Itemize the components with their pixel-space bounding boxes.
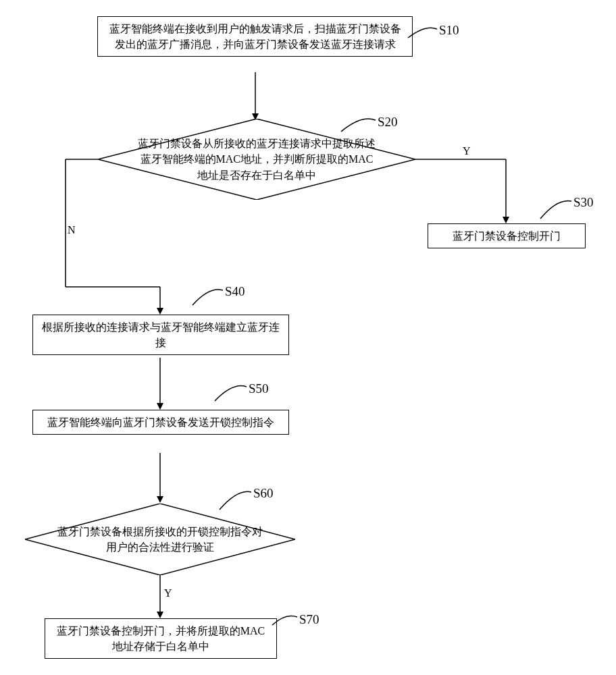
step-s70-box: 蓝牙门禁设备控制开门，并将所提取的MAC地址存储于白名单中 [45,618,277,659]
step-s50-box: 蓝牙智能终端向蓝牙门禁设备发送开锁控制指令 [32,410,289,435]
svg-marker-10 [157,308,163,315]
edge-y2-label: Y [164,587,172,599]
step-s40-box: 根据所接收的连接请求与蓝牙智能终端建立蓝牙连接 [32,315,289,355]
step-s30-text: 蓝牙门禁设备控制开门 [453,228,561,244]
step-s70-text: 蓝牙门禁设备控制开门，并将所提取的MAC地址存储于白名单中 [52,623,270,654]
step-s50-label: S50 [249,381,269,396]
step-s70-label: S70 [299,612,319,627]
step-s10-box: 蓝牙智能终端在接收到用户的触发请求后，扫描蓝牙门禁设备发出的蓝牙广播消息，并向蓝… [97,16,413,57]
step-s50-text: 蓝牙智能终端向蓝牙门禁设备发送开锁控制指令 [47,414,274,430]
edge-n-label: N [68,224,76,236]
step-s10-label: S10 [439,23,459,38]
step-s60-label: S60 [253,486,274,501]
step-s20-diamond: 蓝牙门禁设备从所接收的蓝牙连接请求中提取所述蓝牙智能终端的MAC地址，并判断所提… [98,119,415,200]
step-s20-label: S20 [378,115,398,130]
step-s30-label: S30 [573,195,594,210]
step-s40-text: 根据所接收的连接请求与蓝牙智能终端建立蓝牙连接 [40,319,282,350]
svg-marker-12 [157,403,163,410]
step-s40-label: S40 [225,284,245,299]
svg-marker-5 [503,217,509,223]
step-s10-text: 蓝牙智能终端在接收到用户的触发请求后，扫描蓝牙门禁设备发出的蓝牙广播消息，并向蓝… [105,21,405,52]
svg-marker-2 [98,119,415,200]
step-s30-box: 蓝牙门禁设备控制开门 [428,223,586,248]
step-s60-diamond: 蓝牙门禁设备根据所接收的开锁控制指令对用户的合法性进行验证 [25,504,295,575]
svg-marker-15 [25,504,295,575]
edge-y-label: Y [463,145,471,157]
svg-marker-17 [157,612,163,618]
svg-marker-14 [157,496,163,503]
